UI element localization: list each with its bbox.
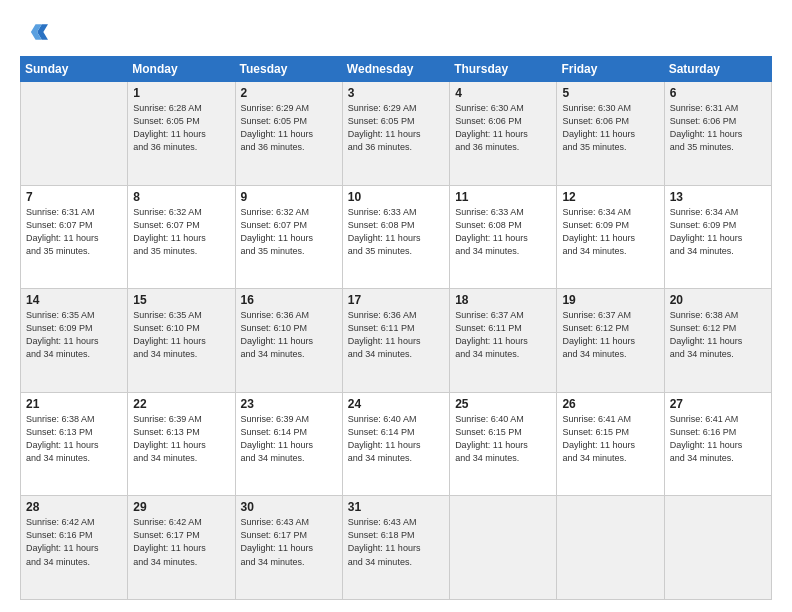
calendar-cell: 12Sunrise: 6:34 AM Sunset: 6:09 PM Dayli… bbox=[557, 185, 664, 289]
day-number: 14 bbox=[26, 293, 122, 307]
day-info: Sunrise: 6:35 AM Sunset: 6:10 PM Dayligh… bbox=[133, 309, 229, 361]
day-info: Sunrise: 6:29 AM Sunset: 6:05 PM Dayligh… bbox=[241, 102, 337, 154]
day-info: Sunrise: 6:38 AM Sunset: 6:12 PM Dayligh… bbox=[670, 309, 766, 361]
day-number: 6 bbox=[670, 86, 766, 100]
day-number: 17 bbox=[348, 293, 444, 307]
calendar-cell: 24Sunrise: 6:40 AM Sunset: 6:14 PM Dayli… bbox=[342, 392, 449, 496]
day-number: 23 bbox=[241, 397, 337, 411]
day-info: Sunrise: 6:42 AM Sunset: 6:17 PM Dayligh… bbox=[133, 516, 229, 568]
calendar-cell bbox=[450, 496, 557, 600]
calendar-week-4: 21Sunrise: 6:38 AM Sunset: 6:13 PM Dayli… bbox=[21, 392, 772, 496]
day-info: Sunrise: 6:38 AM Sunset: 6:13 PM Dayligh… bbox=[26, 413, 122, 465]
day-number: 20 bbox=[670, 293, 766, 307]
day-number: 26 bbox=[562, 397, 658, 411]
day-number: 25 bbox=[455, 397, 551, 411]
day-header-saturday: Saturday bbox=[664, 57, 771, 82]
day-number: 3 bbox=[348, 86, 444, 100]
header bbox=[20, 18, 772, 46]
page: SundayMondayTuesdayWednesdayThursdayFrid… bbox=[0, 0, 792, 612]
calendar-cell: 15Sunrise: 6:35 AM Sunset: 6:10 PM Dayli… bbox=[128, 289, 235, 393]
day-info: Sunrise: 6:43 AM Sunset: 6:18 PM Dayligh… bbox=[348, 516, 444, 568]
day-info: Sunrise: 6:31 AM Sunset: 6:07 PM Dayligh… bbox=[26, 206, 122, 258]
calendar-cell: 8Sunrise: 6:32 AM Sunset: 6:07 PM Daylig… bbox=[128, 185, 235, 289]
day-number: 12 bbox=[562, 190, 658, 204]
day-number: 18 bbox=[455, 293, 551, 307]
calendar-cell: 9Sunrise: 6:32 AM Sunset: 6:07 PM Daylig… bbox=[235, 185, 342, 289]
day-number: 27 bbox=[670, 397, 766, 411]
calendar-cell: 10Sunrise: 6:33 AM Sunset: 6:08 PM Dayli… bbox=[342, 185, 449, 289]
calendar-cell: 20Sunrise: 6:38 AM Sunset: 6:12 PM Dayli… bbox=[664, 289, 771, 393]
calendar-cell: 26Sunrise: 6:41 AM Sunset: 6:15 PM Dayli… bbox=[557, 392, 664, 496]
day-number: 19 bbox=[562, 293, 658, 307]
calendar-cell bbox=[557, 496, 664, 600]
day-info: Sunrise: 6:37 AM Sunset: 6:12 PM Dayligh… bbox=[562, 309, 658, 361]
day-header-tuesday: Tuesday bbox=[235, 57, 342, 82]
calendar-cell bbox=[664, 496, 771, 600]
day-number: 1 bbox=[133, 86, 229, 100]
calendar-cell: 19Sunrise: 6:37 AM Sunset: 6:12 PM Dayli… bbox=[557, 289, 664, 393]
day-info: Sunrise: 6:41 AM Sunset: 6:16 PM Dayligh… bbox=[670, 413, 766, 465]
day-number: 28 bbox=[26, 500, 122, 514]
calendar-cell: 27Sunrise: 6:41 AM Sunset: 6:16 PM Dayli… bbox=[664, 392, 771, 496]
day-number: 5 bbox=[562, 86, 658, 100]
day-info: Sunrise: 6:32 AM Sunset: 6:07 PM Dayligh… bbox=[241, 206, 337, 258]
logo-icon bbox=[20, 18, 48, 46]
day-info: Sunrise: 6:30 AM Sunset: 6:06 PM Dayligh… bbox=[562, 102, 658, 154]
day-info: Sunrise: 6:28 AM Sunset: 6:05 PM Dayligh… bbox=[133, 102, 229, 154]
calendar-week-1: 1Sunrise: 6:28 AM Sunset: 6:05 PM Daylig… bbox=[21, 82, 772, 186]
day-number: 29 bbox=[133, 500, 229, 514]
calendar-cell: 13Sunrise: 6:34 AM Sunset: 6:09 PM Dayli… bbox=[664, 185, 771, 289]
day-header-thursday: Thursday bbox=[450, 57, 557, 82]
calendar-cell: 1Sunrise: 6:28 AM Sunset: 6:05 PM Daylig… bbox=[128, 82, 235, 186]
calendar-cell: 2Sunrise: 6:29 AM Sunset: 6:05 PM Daylig… bbox=[235, 82, 342, 186]
calendar-cell: 4Sunrise: 6:30 AM Sunset: 6:06 PM Daylig… bbox=[450, 82, 557, 186]
day-info: Sunrise: 6:30 AM Sunset: 6:06 PM Dayligh… bbox=[455, 102, 551, 154]
calendar-cell: 25Sunrise: 6:40 AM Sunset: 6:15 PM Dayli… bbox=[450, 392, 557, 496]
day-number: 7 bbox=[26, 190, 122, 204]
day-info: Sunrise: 6:42 AM Sunset: 6:16 PM Dayligh… bbox=[26, 516, 122, 568]
day-info: Sunrise: 6:39 AM Sunset: 6:14 PM Dayligh… bbox=[241, 413, 337, 465]
calendar-cell: 22Sunrise: 6:39 AM Sunset: 6:13 PM Dayli… bbox=[128, 392, 235, 496]
day-info: Sunrise: 6:34 AM Sunset: 6:09 PM Dayligh… bbox=[562, 206, 658, 258]
calendar-week-2: 7Sunrise: 6:31 AM Sunset: 6:07 PM Daylig… bbox=[21, 185, 772, 289]
day-info: Sunrise: 6:41 AM Sunset: 6:15 PM Dayligh… bbox=[562, 413, 658, 465]
day-info: Sunrise: 6:33 AM Sunset: 6:08 PM Dayligh… bbox=[348, 206, 444, 258]
day-info: Sunrise: 6:34 AM Sunset: 6:09 PM Dayligh… bbox=[670, 206, 766, 258]
calendar-cell bbox=[21, 82, 128, 186]
calendar-week-3: 14Sunrise: 6:35 AM Sunset: 6:09 PM Dayli… bbox=[21, 289, 772, 393]
calendar-cell: 6Sunrise: 6:31 AM Sunset: 6:06 PM Daylig… bbox=[664, 82, 771, 186]
calendar-cell: 7Sunrise: 6:31 AM Sunset: 6:07 PM Daylig… bbox=[21, 185, 128, 289]
day-info: Sunrise: 6:37 AM Sunset: 6:11 PM Dayligh… bbox=[455, 309, 551, 361]
day-number: 31 bbox=[348, 500, 444, 514]
day-number: 10 bbox=[348, 190, 444, 204]
logo bbox=[20, 18, 52, 46]
day-info: Sunrise: 6:33 AM Sunset: 6:08 PM Dayligh… bbox=[455, 206, 551, 258]
day-header-friday: Friday bbox=[557, 57, 664, 82]
day-number: 8 bbox=[133, 190, 229, 204]
calendar-cell: 18Sunrise: 6:37 AM Sunset: 6:11 PM Dayli… bbox=[450, 289, 557, 393]
calendar-cell: 14Sunrise: 6:35 AM Sunset: 6:09 PM Dayli… bbox=[21, 289, 128, 393]
day-info: Sunrise: 6:32 AM Sunset: 6:07 PM Dayligh… bbox=[133, 206, 229, 258]
day-number: 4 bbox=[455, 86, 551, 100]
calendar-cell: 29Sunrise: 6:42 AM Sunset: 6:17 PM Dayli… bbox=[128, 496, 235, 600]
day-info: Sunrise: 6:29 AM Sunset: 6:05 PM Dayligh… bbox=[348, 102, 444, 154]
calendar-cell: 28Sunrise: 6:42 AM Sunset: 6:16 PM Dayli… bbox=[21, 496, 128, 600]
calendar-cell: 17Sunrise: 6:36 AM Sunset: 6:11 PM Dayli… bbox=[342, 289, 449, 393]
day-info: Sunrise: 6:39 AM Sunset: 6:13 PM Dayligh… bbox=[133, 413, 229, 465]
day-header-sunday: Sunday bbox=[21, 57, 128, 82]
day-info: Sunrise: 6:35 AM Sunset: 6:09 PM Dayligh… bbox=[26, 309, 122, 361]
calendar-cell: 5Sunrise: 6:30 AM Sunset: 6:06 PM Daylig… bbox=[557, 82, 664, 186]
calendar-cell: 11Sunrise: 6:33 AM Sunset: 6:08 PM Dayli… bbox=[450, 185, 557, 289]
calendar-cell: 3Sunrise: 6:29 AM Sunset: 6:05 PM Daylig… bbox=[342, 82, 449, 186]
calendar-cell: 23Sunrise: 6:39 AM Sunset: 6:14 PM Dayli… bbox=[235, 392, 342, 496]
day-header-wednesday: Wednesday bbox=[342, 57, 449, 82]
day-info: Sunrise: 6:31 AM Sunset: 6:06 PM Dayligh… bbox=[670, 102, 766, 154]
day-number: 2 bbox=[241, 86, 337, 100]
day-number: 16 bbox=[241, 293, 337, 307]
calendar-cell: 21Sunrise: 6:38 AM Sunset: 6:13 PM Dayli… bbox=[21, 392, 128, 496]
day-number: 24 bbox=[348, 397, 444, 411]
calendar-cell: 31Sunrise: 6:43 AM Sunset: 6:18 PM Dayli… bbox=[342, 496, 449, 600]
day-info: Sunrise: 6:43 AM Sunset: 6:17 PM Dayligh… bbox=[241, 516, 337, 568]
calendar-table: SundayMondayTuesdayWednesdayThursdayFrid… bbox=[20, 56, 772, 600]
day-number: 30 bbox=[241, 500, 337, 514]
